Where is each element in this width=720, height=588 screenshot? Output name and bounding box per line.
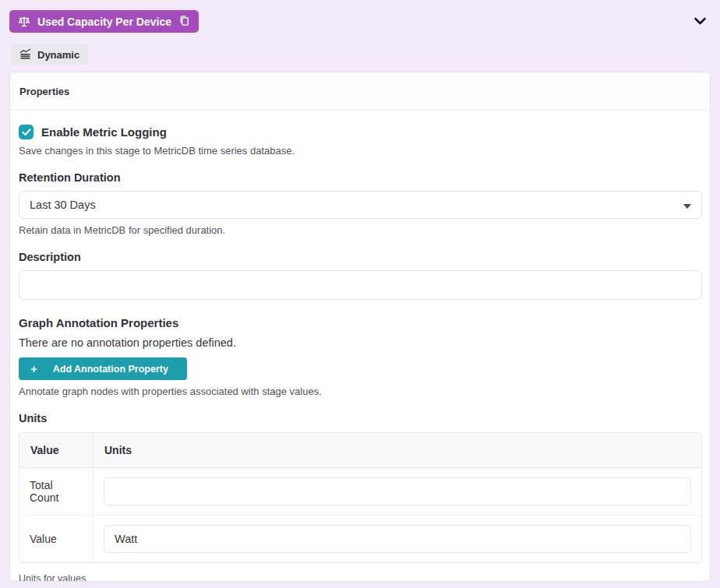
annotations-empty-text: There are no annotation properties defin… [19,336,702,349]
retention-select[interactable]: Last 30 Days [19,191,702,219]
card-body: Enable Metric Logging Save changes in th… [10,111,710,582]
units-help: Units for values. [19,573,702,582]
total-count-units-input[interactable] [104,477,691,505]
units-table-header-row: Value Units [19,433,701,468]
stacked-chart-icon [19,48,31,62]
units-table-header-value: Value [19,433,94,468]
mode-tag-dynamic[interactable]: Dynamic [11,44,88,65]
caret-down-icon [683,199,691,211]
plus-icon: + [30,363,37,375]
metric-logging-help: Save changes in this stage to MetricDB t… [19,145,702,157]
row-label-value: Value [19,515,94,562]
annotations-title: Graph Annotation Properties [19,316,702,329]
table-row: Value [19,515,701,562]
metric-logging-label: Enable Metric Logging [41,125,167,139]
value-units-input[interactable] [104,525,691,553]
table-row: Total Count [19,468,701,515]
card-title: Properties [19,86,69,97]
collapse-panel-button[interactable] [692,15,708,30]
mode-tag-row: Dynamic [0,33,720,65]
metric-logging-checkbox[interactable] [19,125,34,139]
row-label-total-count: Total Count [19,468,94,515]
card-header: Properties [10,72,710,111]
add-annotation-property-button[interactable]: + Add Annotation Property [19,357,187,380]
annotations-help: Annotate graph nodes with properties ass… [19,386,702,397]
units-table-header-units: Units [94,433,701,468]
retention-selected-value: Last 30 Days [30,199,96,211]
scale-icon [18,16,30,28]
stage-properties-panel: Used Capacity Per Device [0,0,720,588]
properties-card: Properties Enable Metric Logging Save ch… [9,72,711,582]
units-table: Value Units Total Count Value [19,432,702,563]
stage-badge-label: Used Capacity Per Device [37,16,171,28]
check-icon [22,125,31,139]
stage-header-row: Used Capacity Per Device [0,0,720,33]
description-input[interactable] [19,270,702,300]
chevron-down-icon [694,16,707,28]
metric-logging-row: Enable Metric Logging [19,125,702,139]
description-label: Description [19,251,702,263]
stage-badge[interactable]: Used Capacity Per Device [9,10,199,33]
retention-label: Retention Duration [19,171,702,184]
units-label: Units [19,412,702,424]
add-annotation-property-label: Add Annotation Property [53,364,168,375]
mode-tag-label: Dynamic [37,49,79,61]
retention-help: Retain data in MetricDB for specified du… [19,224,702,236]
copy-icon[interactable] [178,15,190,29]
